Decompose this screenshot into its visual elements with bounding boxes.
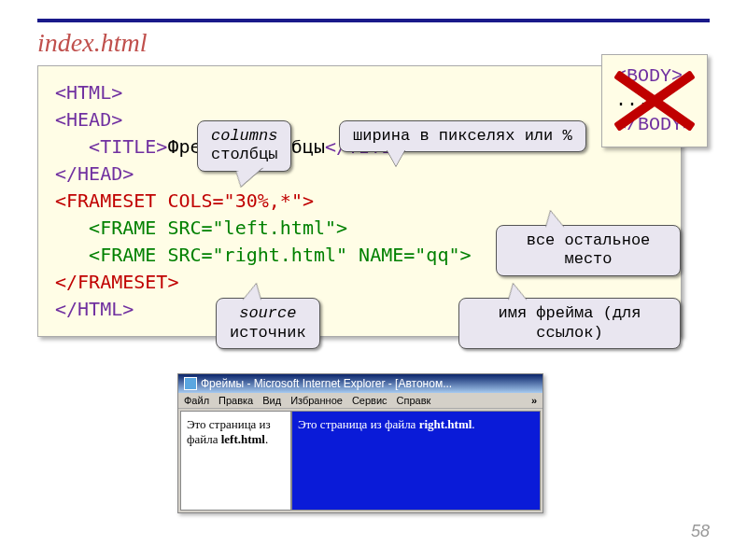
period: .: [472, 417, 474, 431]
ie-icon: [184, 377, 197, 390]
code-frameset-end: ">: [291, 189, 314, 212]
code-frame-right: <FRAME SRC="right.html" NAME="qq">: [55, 244, 472, 266]
callout-label: имя фрейма (для ссылок): [472, 304, 667, 343]
callout-label: все остальное место: [510, 231, 667, 270]
browser-content: Это страница из файла left.html. Это стр…: [180, 411, 541, 511]
code-tag: <HEAD>: [55, 108, 122, 131]
callout-rest: все остальное место: [496, 225, 681, 276]
code-tag: <HTML>: [55, 81, 122, 104]
browser-window: Фреймы - Microsoft Internet Explorer - […: [177, 373, 543, 513]
callout-label: columns: [211, 127, 277, 146]
callout-columns: columns столбцы: [197, 120, 291, 172]
left-filename: left.html: [221, 432, 265, 446]
code-comma: ,: [269, 189, 280, 212]
code-percent: 30%: [235, 189, 269, 212]
callout-label: ширина в пикселях или %: [353, 127, 572, 146]
period: .: [265, 432, 268, 446]
page-number: 58: [691, 522, 710, 541]
body-not-allowed: <BODY> ... </BODY>: [601, 54, 708, 147]
body-dots: ...: [615, 89, 694, 113]
menu-fav[interactable]: Избранное: [290, 395, 343, 406]
callout-label: source: [230, 304, 306, 323]
code-tag: <TITLE>: [55, 135, 167, 158]
divider: [37, 19, 710, 22]
callout-label: столбцы: [211, 146, 277, 164]
browser-menu: Файл Правка Вид Избранное Сервис Справк …: [178, 393, 543, 409]
menu-view[interactable]: Вид: [262, 395, 281, 406]
menu-help[interactable]: Справк: [397, 395, 431, 406]
code-tag: </HTML>: [55, 298, 134, 320]
code-frame-left: <FRAME SRC="left.html">: [55, 217, 347, 239]
menu-edit[interactable]: Правка: [218, 395, 253, 406]
code-tag: </HEAD>: [55, 162, 134, 185]
right-filename: right.html: [419, 417, 472, 431]
frame-right: Это страница из файла right.html.: [292, 412, 540, 510]
chevron-icon[interactable]: »: [531, 395, 537, 406]
callout-name: имя фрейма (для ссылок): [458, 298, 681, 349]
browser-titlebar: Фреймы - Microsoft Internet Explorer - […: [178, 374, 543, 393]
browser-title: Фреймы - Microsoft Internet Explorer - […: [201, 377, 452, 390]
code-star: *: [280, 189, 291, 212]
callout-source: source источник: [216, 298, 320, 349]
callout-width: ширина в пикселях или %: [339, 120, 586, 152]
frame-left: Это страница из файла left.html.: [181, 412, 292, 510]
code-frameset-open: <FRAMESET COLS=": [55, 189, 235, 212]
menu-serv[interactable]: Сервис: [352, 395, 388, 406]
right-text: Это страница из файла: [298, 417, 416, 431]
body-open-tag: <BODY>: [615, 64, 694, 89]
menu-file[interactable]: Файл: [184, 395, 209, 406]
body-close-tag: </BODY>: [615, 113, 694, 137]
code-frameset-close: </FRAMESET>: [55, 271, 178, 293]
code-block: <HTML> <HEAD> <TITLE>Фреймы-столбцы</TIT…: [37, 65, 682, 337]
callout-label: источник: [230, 324, 306, 343]
